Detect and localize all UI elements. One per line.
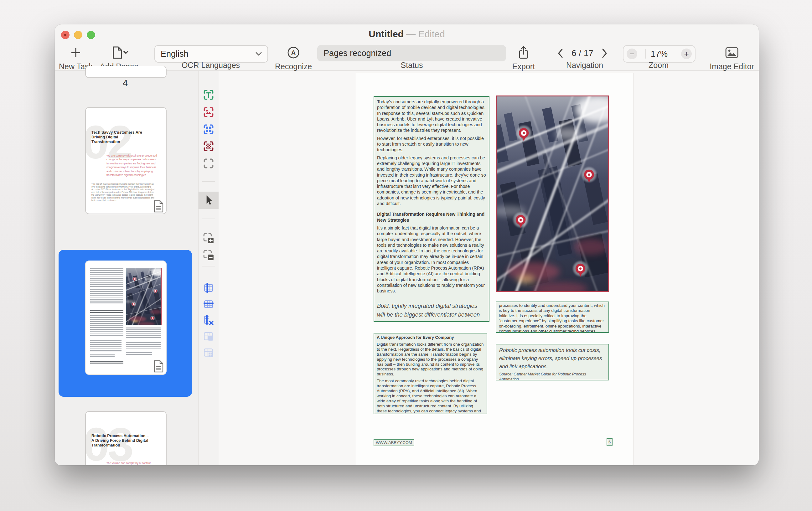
delete-separator-tool[interactable] bbox=[202, 314, 215, 327]
thumb7-title: Robotic Process Automation – A Driving F… bbox=[91, 434, 151, 448]
app-window: Untitled — Edited New Task Add Pages Eng… bbox=[55, 24, 759, 465]
footer-page-number-block[interactable]: 6 bbox=[607, 438, 612, 446]
status-label: Status bbox=[401, 61, 423, 70]
document-type-icon bbox=[153, 360, 164, 372]
footer-website-block[interactable]: WWW.ABBYY.COM bbox=[374, 439, 414, 446]
text-area-tool[interactable] bbox=[202, 89, 215, 101]
navigation-label: Navigation bbox=[566, 61, 603, 70]
zoom-value: 17% bbox=[651, 49, 668, 59]
text-block-left[interactable]: Today's consumers are digitally empowere… bbox=[374, 96, 489, 322]
ocr-languages-label: OCR Languages bbox=[182, 61, 240, 70]
content-area: 4 02 Tech Savvy Customers Are Driving Di… bbox=[55, 71, 759, 465]
text-block-right[interactable]: processes to identify and understand you… bbox=[496, 302, 609, 333]
quote-source: Source: Gartner Market Guide for Robotic… bbox=[496, 370, 608, 381]
navigation-control: 6 / 17 bbox=[557, 45, 608, 61]
paragraph: However, for established enterprises, it… bbox=[377, 136, 486, 153]
text-block-approach[interactable]: A Unique Approach for Every Company Digi… bbox=[374, 333, 487, 414]
thumb6-image bbox=[126, 268, 162, 325]
recognition-area-tool[interactable] bbox=[202, 157, 215, 170]
status-value: Pages recognized bbox=[323, 49, 391, 58]
thumb5-body: This has left many companies striving to… bbox=[91, 183, 155, 202]
ocr-language-select[interactable]: English bbox=[154, 45, 268, 63]
select-cursor-tool[interactable] bbox=[202, 194, 215, 206]
document-page: Today's consumers are digitally empowere… bbox=[356, 73, 633, 465]
zoom-label: Zoom bbox=[648, 61, 669, 70]
quote-block-right[interactable]: Robotic process automation tools cut cos… bbox=[496, 344, 609, 381]
page-thumbnail-7[interactable]: 03 Robotic Process Automation – A Drivin… bbox=[85, 411, 167, 465]
image-editor-icon bbox=[709, 44, 754, 61]
desktop: Untitled — Edited New Task Add Pages Eng… bbox=[0, 0, 812, 511]
footer-page-number: 6 bbox=[608, 440, 611, 444]
thumb5-title: Tech Savvy Customers Are Driving Digital… bbox=[91, 130, 148, 144]
zoom-control: − 17% + bbox=[623, 45, 696, 63]
paragraph: Today's consumers are digitally empowere… bbox=[377, 99, 486, 133]
picture-block-city[interactable] bbox=[496, 95, 609, 292]
ocr-language-value: English bbox=[161, 49, 255, 59]
next-page-button[interactable] bbox=[602, 48, 608, 59]
table-area-tool[interactable] bbox=[202, 123, 215, 136]
add-to-area-tool[interactable] bbox=[202, 232, 215, 244]
svg-text:A: A bbox=[291, 49, 296, 56]
export-label: Export bbox=[512, 62, 535, 71]
picture-area-tool[interactable] bbox=[202, 106, 215, 118]
recognize-label: Recognize bbox=[275, 62, 312, 71]
image-editor-button[interactable]: Image Editor bbox=[709, 44, 754, 71]
footer-website: WWW.ABBYY.COM bbox=[376, 440, 412, 445]
zoom-separator bbox=[645, 49, 646, 59]
pages-sidebar: 4 02 Tech Savvy Customers Are Driving Di… bbox=[55, 71, 198, 465]
chevron-down-icon bbox=[255, 51, 262, 56]
add-horizontal-separator-tool[interactable] bbox=[202, 298, 215, 310]
add-vertical-separator-tool[interactable] bbox=[202, 281, 215, 294]
thumb5-lead: We are currently witnessing unprecedente… bbox=[107, 154, 158, 177]
remove-from-area-tool[interactable] bbox=[202, 249, 215, 262]
export-button[interactable]: Export bbox=[512, 44, 535, 71]
paragraph: It's a simple fact that digital transfor… bbox=[377, 225, 486, 294]
main-toolbar: New Task Add Pages English OCR Languages bbox=[55, 24, 759, 71]
recognize-button[interactable]: A Recognize bbox=[275, 44, 312, 71]
thumb7-lead: The volume and complexity of content bbox=[107, 461, 160, 465]
zoom-out-button[interactable]: − bbox=[627, 49, 637, 59]
export-share-icon bbox=[512, 44, 535, 61]
page-thumbnail-5[interactable]: 02 Tech Savvy Customers Are Driving Digi… bbox=[85, 107, 167, 214]
split-cells-tool[interactable] bbox=[202, 347, 215, 359]
merge-cells-tool[interactable] bbox=[202, 330, 215, 343]
zoom-in-button[interactable]: + bbox=[681, 49, 692, 59]
section-heading: Digital Transformation Requires New Thin… bbox=[377, 211, 486, 223]
status-field: Pages recognized bbox=[317, 45, 506, 61]
zoom-separator bbox=[673, 49, 673, 59]
section-heading: A Unique Approach for Every Company bbox=[377, 335, 484, 340]
background-picture-area-tool[interactable] bbox=[202, 140, 215, 152]
area-tools-column bbox=[198, 71, 219, 465]
paragraph: The most commonly used technologies behi… bbox=[377, 379, 484, 414]
pull-quote: Robotic process automation tools cut cos… bbox=[496, 344, 608, 370]
paragraph: processes to identify and understand you… bbox=[496, 302, 608, 333]
plus-icon bbox=[59, 44, 93, 61]
paragraph: Digital transformation looks different f… bbox=[377, 342, 484, 377]
previous-page-button[interactable] bbox=[557, 48, 563, 59]
image-editor-label: Image Editor bbox=[709, 62, 754, 71]
document-canvas: Today's consumers are digitally empowere… bbox=[219, 71, 759, 465]
page-thumbnail-4[interactable] bbox=[85, 66, 167, 78]
pull-quote: Bold, tightly integrated digital strateg… bbox=[377, 302, 486, 322]
add-pages-icon bbox=[100, 44, 138, 61]
paragraph: Replacing older legacy systems and proce… bbox=[377, 155, 486, 207]
page-thumbnail-6[interactable] bbox=[85, 261, 167, 375]
recognize-icon: A bbox=[275, 44, 312, 61]
page-number-4: 4 bbox=[85, 78, 165, 88]
document-type-icon bbox=[153, 200, 164, 213]
page-indicator: 6 / 17 bbox=[572, 48, 593, 58]
